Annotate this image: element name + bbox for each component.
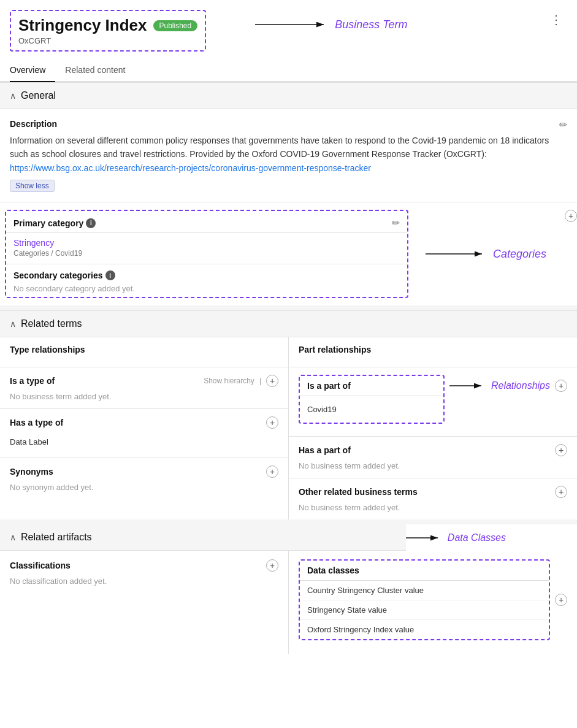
is-a-type-of-empty: No business term added yet. [10,392,278,401]
tab-overview[interactable]: Overview [10,59,55,82]
business-term-annotation: Business Term [335,18,407,31]
primary-category-edit-button[interactable]: ✏ [392,217,400,229]
data-class-item-2: Oxford Stringency Index value [300,620,549,639]
is-a-part-of-label: Is a part of [307,381,351,391]
description-label: Description [10,119,559,129]
synonyms-label: Synonyms [10,467,53,477]
show-less-button[interactable]: Show less [10,180,55,192]
is-a-type-of-add-button[interactable]: + [266,375,278,387]
is-a-part-of-item: Covid19 [307,401,436,418]
data-classes-label: Data classes [307,565,359,575]
secondary-categories-label: Secondary categories i [13,270,400,280]
primary-category-label: Primary category i [13,218,96,228]
related-terms-chevron: ∧ [10,319,16,329]
classifications-empty: No classification added yet. [10,577,278,586]
data-class-item-0: Country Stringency Cluster value [300,581,549,600]
has-a-part-of-add-button[interactable]: + [555,444,567,456]
tab-related-content[interactable]: Related content [65,59,135,82]
show-hierarchy-button[interactable]: Show hierarchy [204,377,254,385]
synonyms-empty: No synonym added yet. [10,483,278,492]
secondary-categories-empty: No secondary category added yet. [13,284,400,293]
is-a-type-of-label: Is a type of [10,376,55,386]
description-edit-button[interactable]: ✏ [559,119,567,131]
general-section-title: General [21,90,56,101]
more-options-button[interactable]: ⋮ [545,10,567,29]
synonyms-add-button[interactable]: + [266,466,278,478]
related-artifacts-section-title: Related artifacts [21,532,92,543]
has-a-type-of-add-button[interactable]: + [266,416,278,429]
data-class-item-1: Stringency State value [300,600,549,620]
primary-category-name[interactable]: Stringency [13,238,400,248]
description-text: Information on several different common … [10,134,559,175]
classifications-label: Classifications [10,561,71,570]
has-a-type-of-item: Data Label [10,434,278,450]
is-a-part-of-add-button[interactable]: + [555,380,567,392]
arrow-to-business-term [255,17,329,32]
data-classes-add-button[interactable]: + [555,594,567,606]
arrow-to-categories [426,247,487,261]
other-related-empty: No business term added yet. [299,503,567,512]
page-title: Stringency Index [18,16,147,35]
description-link[interactable]: https://www.bsg.ox.ac.uk/research/resear… [10,163,371,173]
other-related-add-button[interactable]: + [555,486,567,498]
secondary-categories-add-button[interactable]: + [565,210,577,222]
relationships-annotation: Relationships [491,380,550,391]
secondary-categories-info-icon[interactable]: i [105,270,115,280]
page-subtitle: OxCGRT [18,36,197,45]
has-a-type-of-label: Has a type of [10,418,63,427]
categories-annotation: Categories [493,248,546,261]
related-artifacts-chevron: ∧ [10,532,16,542]
has-a-part-of-empty: No business term added yet. [299,461,567,470]
part-relationships-label: Part relationships [299,345,567,354]
type-relationships-label: Type relationships [10,345,278,354]
other-related-label: Other related business terms [299,487,418,497]
primary-category-info-icon[interactable]: i [86,218,96,228]
arrow-to-relationships [449,380,486,392]
has-a-part-of-label: Has a part of [299,445,351,455]
arrow-to-data-classes [406,532,443,544]
primary-category-path: Categories / Covid19 [13,249,400,258]
related-terms-section-title: Related terms [21,318,82,329]
classifications-add-button[interactable]: + [266,559,278,572]
general-chevron: ∧ [10,91,16,101]
data-classes-annotation: Data Classes [448,532,506,543]
published-badge: Published [153,20,198,31]
